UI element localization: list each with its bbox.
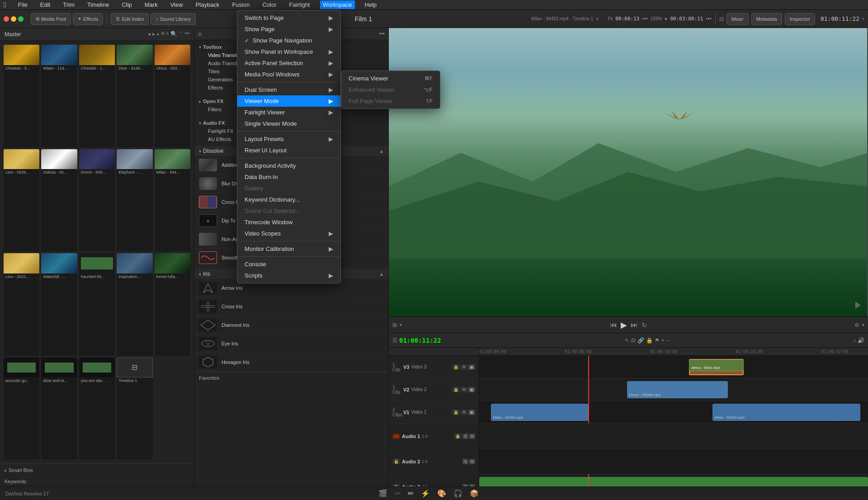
- menu-sep-4: [237, 241, 340, 241]
- menu-sep-2: [237, 131, 340, 132]
- menu-item-reset-ui[interactable]: Reset UI Layout: [237, 145, 340, 156]
- full-page-viewer-label: Full Page Viewer: [349, 98, 393, 104]
- menu-item-fairlight-viewer[interactable]: Fairlight Viewer ▶: [237, 107, 340, 118]
- menu-item-active-panel[interactable]: Active Panel Selection ▶: [237, 57, 340, 69]
- dual-screen-arrow: ▶: [329, 86, 333, 93]
- menu-item-background-activity[interactable]: Background Activity: [237, 160, 340, 171]
- scripts-arrow: ▶: [329, 272, 333, 279]
- menu-item-show-panel[interactable]: Show Panel in Workspace ▶: [237, 46, 340, 57]
- menu-item-gallery: Gallery: [237, 183, 340, 194]
- fairlight-viewer-arrow: ▶: [329, 109, 333, 116]
- menu-item-scene-cut: Scene Cut Detector...: [237, 205, 340, 217]
- enhanced-viewer-shortcut: ⌥F: [424, 87, 433, 93]
- cinema-viewer-shortcut: ⌘F: [425, 75, 433, 81]
- enhanced-viewer-label: Enhanced Viewer: [349, 86, 395, 93]
- menu-item-scripts[interactable]: Scripts ▶: [237, 270, 340, 281]
- media-pool-windows-arrow: ▶: [329, 71, 333, 78]
- submenu-full-page-viewer: Full Page Viewer ⇧F: [341, 95, 440, 107]
- switch-to-page-arrow: ▶: [329, 14, 333, 21]
- menu-item-timecode-window[interactable]: Timecode Window: [237, 217, 340, 228]
- menu-item-monitor-cal[interactable]: Monitor Calibration ▶: [237, 243, 340, 255]
- menu-item-switch-to-page[interactable]: Switch to Page ▶: [237, 12, 340, 24]
- menu-item-dual-screen[interactable]: Dual Screen ▶: [237, 84, 340, 95]
- cinema-viewer-label: Cinema Viewer: [349, 75, 388, 82]
- show-panel-arrow: ▶: [329, 48, 333, 55]
- menu-item-media-pool-windows[interactable]: Media Pool Windows ▶: [237, 69, 340, 80]
- menu-item-layout-presets[interactable]: Layout Presets ▶: [237, 133, 340, 145]
- viewer-mode-submenu: Cinema Viewer ⌘F Enhanced Viewer ⌥F Full…: [341, 71, 440, 109]
- menu-item-keyword-dict[interactable]: Keyword Dictionary...: [237, 194, 340, 205]
- video-scopes-arrow: ▶: [329, 230, 333, 237]
- menu-sep-5: [237, 256, 340, 257]
- menu-item-console[interactable]: Console: [237, 259, 340, 270]
- menu-item-show-page-nav[interactable]: ✓ Show Page Navigation: [237, 35, 340, 46]
- viewer-mode-arrow: ▶: [329, 98, 333, 104]
- menu-sep-3: [237, 158, 340, 158]
- menu-item-single-viewer[interactable]: Single Viewer Mode: [237, 118, 340, 129]
- menu-item-video-scopes[interactable]: Video Scopes ▶: [237, 228, 340, 239]
- page-nav-checkmark: ✓: [245, 38, 249, 44]
- active-panel-arrow: ▶: [329, 60, 333, 66]
- menu-item-show-page[interactable]: Show Page ▶: [237, 24, 340, 35]
- submenu-cinema-viewer[interactable]: Cinema Viewer ⌘F: [341, 73, 440, 84]
- menu-item-data-burn-in[interactable]: Data Burn-In: [237, 171, 340, 183]
- full-page-viewer-shortcut: ⇧F: [425, 98, 433, 104]
- submenu-enhanced-viewer: Enhanced Viewer ⌥F: [341, 84, 440, 95]
- workspace-dropdown-menu: Switch to Page ▶ Show Page ▶ ✓ Show Page…: [237, 10, 341, 283]
- layout-presets-arrow: ▶: [329, 136, 333, 142]
- menu-item-viewer-mode[interactable]: Viewer Mode ▶: [237, 95, 340, 107]
- monitor-cal-arrow: ▶: [329, 245, 333, 252]
- menu-sep-1: [237, 82, 340, 82]
- show-page-arrow: ▶: [329, 26, 333, 33]
